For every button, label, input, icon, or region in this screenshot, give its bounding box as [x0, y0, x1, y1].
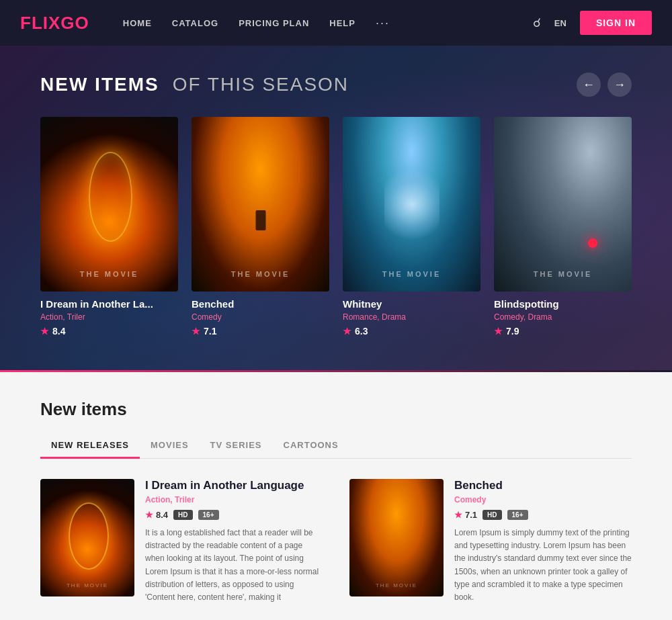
prev-arrow[interactable]: ← — [577, 73, 601, 97]
nav-home[interactable]: HOME — [123, 18, 152, 28]
rating-value-2: 7.1 — [204, 326, 216, 337]
poster-label-1: THE MOVIE — [40, 270, 178, 278]
badge-age-2: 16+ — [507, 510, 528, 520]
poster-label-4: THE MOVIE — [494, 270, 632, 278]
card-title-2: Benched — [192, 298, 329, 310]
poster-3: THE MOVIE — [343, 117, 480, 292]
content-tabs: NEW RELEASES MOVIES TV SERIES CARTOONS — [40, 433, 632, 459]
rating-value-1: 8.4 — [52, 326, 65, 337]
nav-more[interactable]: ··· — [376, 16, 390, 30]
rating-value-3: 6.3 — [355, 326, 368, 337]
items-grid: THE MOVIE I Dream in Another Language Ac… — [40, 479, 632, 604]
card-rating-3: ★ 6.3 — [343, 326, 480, 337]
badge-hd-1: HD — [173, 510, 192, 520]
item-star-1: ★ — [145, 510, 153, 520]
item-thumb-1: THE MOVIE — [40, 479, 134, 596]
star-icon-2: ★ — [192, 326, 200, 337]
poster-1: THE MOVIE — [40, 117, 178, 292]
movie-card-2[interactable]: THE MOVIE Benched Comedy ★ 7.1 — [192, 117, 329, 337]
logo[interactable]: FLIXGO — [20, 13, 89, 34]
hero-title: NEW ITEMS OF THIS SEASON ← → — [40, 73, 632, 97]
item-card-1[interactable]: THE MOVIE I Dream in Another Language Ac… — [40, 479, 323, 604]
movie-card-4[interactable]: THE MOVIE Blindspotting Comedy, Drama ★ … — [494, 117, 632, 337]
poster-label-2: THE MOVIE — [192, 270, 329, 278]
item-desc-1: It is a long established fact that a rea… — [145, 527, 323, 604]
carousel-arrows: ← → — [577, 73, 632, 97]
card-genre-3: Romance, Drama — [343, 312, 480, 322]
movie-card-3[interactable]: THE MOVIE Whitney Romance, Drama ★ 6.3 — [343, 117, 480, 337]
header: FLIXGO HOME CATALOG PRICING PLAN HELP ··… — [0, 0, 672, 46]
new-items-section: New items NEW RELEASES MOVIES TV SERIES … — [0, 372, 672, 620]
next-arrow[interactable]: → — [607, 73, 632, 97]
star-icon-4: ★ — [494, 326, 503, 337]
sign-in-button[interactable]: SIGN IN — [580, 11, 652, 35]
item-desc-2: Lorem Ipsum is simply dummy text of the … — [454, 527, 632, 604]
badge-age-1: 16+ — [198, 510, 219, 520]
thumb-label-1: THE MOVIE — [40, 582, 134, 588]
item-card-2[interactable]: THE MOVIE Benched Comedy ★ 7.1 HD 16+ Lo… — [349, 479, 632, 604]
tab-tv-series[interactable]: TV SERIES — [200, 433, 273, 459]
card-title-1: I Dream in Another La... — [40, 298, 178, 310]
item-genre-2: Comedy — [454, 495, 632, 504]
card-title-3: Whitney — [343, 298, 480, 310]
item-info-2: Benched Comedy ★ 7.1 HD 16+ Lorem Ipsum … — [454, 479, 632, 604]
item-info-1: I Dream in Another Language Action, Tril… — [145, 479, 323, 604]
item-rating-2: ★ 7.1 — [454, 510, 477, 520]
item-title-1: I Dream in Another Language — [145, 479, 323, 492]
card-rating-1: ★ 8.4 — [40, 326, 178, 337]
card-info-2: Benched Comedy ★ 7.1 — [192, 292, 329, 337]
item-badges-1: ★ 8.4 HD 16+ — [145, 510, 323, 520]
card-title-4: Blindspotting — [494, 298, 632, 310]
featured-cards: THE MOVIE I Dream in Another La... Actio… — [40, 117, 632, 337]
star-icon-1: ★ — [40, 326, 49, 337]
new-items-heading: New items — [40, 399, 632, 420]
item-rating-value-2: 7.1 — [465, 510, 477, 520]
card-genre-4: Comedy, Drama — [494, 312, 632, 322]
item-badges-2: ★ 7.1 HD 16+ — [454, 510, 632, 520]
search-icon[interactable]: ☌ — [533, 15, 541, 30]
tab-cartoons[interactable]: CARTOONS — [273, 433, 349, 459]
header-right: ☌ EN SIGN IN — [533, 11, 652, 35]
card-info-3: Whitney Romance, Drama ★ 6.3 — [343, 292, 480, 337]
card-rating-4: ★ 7.9 — [494, 326, 632, 337]
item-rating-1: ★ 8.4 — [145, 510, 168, 520]
star-icon-3: ★ — [343, 326, 351, 337]
poster-2: THE MOVIE — [192, 117, 329, 292]
poster-label-3: THE MOVIE — [343, 270, 480, 278]
badge-hd-2: HD — [482, 510, 501, 520]
card-genre-2: Comedy — [192, 312, 329, 322]
nav-catalog[interactable]: CATALOG — [172, 18, 218, 28]
movie-card-1[interactable]: THE MOVIE I Dream in Another La... Actio… — [40, 117, 178, 337]
main-nav: HOME CATALOG PRICING PLAN HELP ··· — [123, 16, 513, 30]
item-genre-1: Action, Triler — [145, 495, 323, 504]
hero-title-thin: OF THIS SEASON — [173, 74, 349, 95]
nav-help[interactable]: HELP — [329, 18, 355, 28]
tab-new-releases[interactable]: NEW RELEASES — [40, 433, 140, 459]
tab-movies[interactable]: MOVIES — [140, 433, 200, 459]
logo-accent: GO — [60, 13, 89, 33]
hero-title-bold: NEW ITEMS — [40, 74, 159, 95]
item-thumb-2: THE MOVIE — [349, 479, 444, 596]
card-genre-1: Action, Triler — [40, 312, 178, 322]
item-star-2: ★ — [454, 510, 462, 520]
item-rating-value-1: 8.4 — [156, 510, 168, 520]
poster-4: THE MOVIE — [494, 117, 632, 292]
card-info-1: I Dream in Another La... Action, Triler … — [40, 292, 178, 337]
language-selector[interactable]: EN — [554, 18, 566, 28]
rating-value-4: 7.9 — [506, 326, 519, 337]
card-rating-2: ★ 7.1 — [192, 326, 329, 337]
card-info-4: Blindspotting Comedy, Drama ★ 7.9 — [494, 292, 632, 337]
nav-pricing[interactable]: PRICING PLAN — [239, 18, 309, 28]
hero-section: NEW ITEMS OF THIS SEASON ← → THE MOVIE I… — [0, 46, 672, 370]
thumb-label-2: THE MOVIE — [349, 582, 444, 588]
logo-text: FLIX — [20, 13, 60, 33]
item-title-2: Benched — [454, 479, 632, 492]
